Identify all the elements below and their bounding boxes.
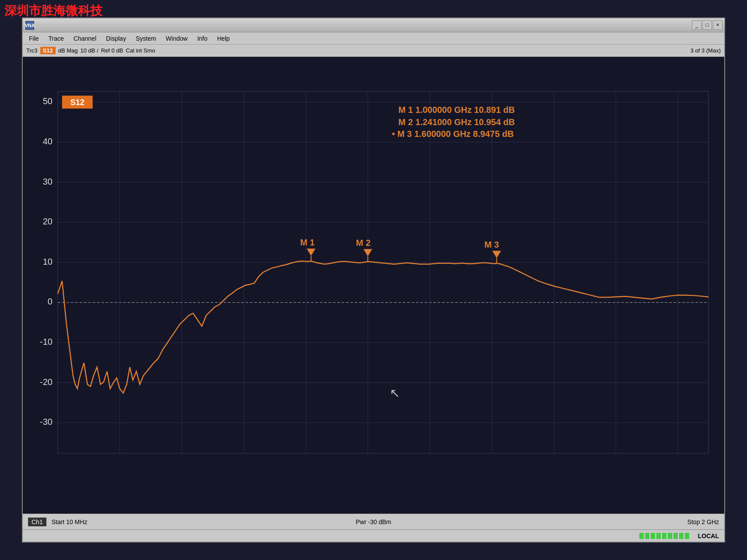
close-button[interactable]: × bbox=[713, 20, 722, 30]
local-status: LOCAL bbox=[698, 532, 719, 539]
trace-scale: 10 dB / bbox=[80, 47, 98, 54]
svg-text:20: 20 bbox=[43, 217, 53, 226]
channel-label: Ch1 bbox=[28, 518, 46, 526]
svg-text:↖: ↖ bbox=[390, 386, 400, 400]
chart-container: 50 40 30 20 10 0 -10 -20 -30 S12 M 1 1.0… bbox=[23, 57, 724, 514]
svg-text:• M 3   1.600000 GHz    8.9475: • M 3 1.600000 GHz 8.9475 dB bbox=[392, 129, 514, 139]
trace-count: 3 of 3 (Max) bbox=[691, 47, 721, 54]
s-param-badge[interactable]: S12 bbox=[40, 47, 56, 54]
signal-bar-9 bbox=[685, 533, 689, 539]
trace-bar: Trc3 S12 dB Mag 10 dB / Ref 0 dB Cal int… bbox=[23, 45, 724, 57]
menu-window[interactable]: Window bbox=[162, 34, 192, 43]
status-stop: Stop 2 GHz bbox=[687, 518, 719, 525]
menu-channel[interactable]: Channel bbox=[69, 34, 101, 43]
status-power: Pwr -30 dBm bbox=[356, 518, 391, 525]
signal-bar-6 bbox=[668, 533, 672, 539]
signal-bar-4 bbox=[656, 533, 661, 539]
menu-display[interactable]: Display bbox=[102, 34, 130, 43]
status-bar: Ch1 Start 10 MHz Pwr -30 dBm Stop 2 GHz bbox=[23, 514, 724, 529]
svg-text:0: 0 bbox=[48, 297, 53, 306]
instrument-window: VNA _ □ × File Trace Channel Display Sys… bbox=[22, 18, 725, 542]
svg-text:M 2   1.241000 GHz    10.954 d: M 2 1.241000 GHz 10.954 dB bbox=[398, 117, 515, 127]
minimize-button[interactable]: _ bbox=[692, 20, 701, 30]
menu-help[interactable]: Help bbox=[213, 34, 234, 43]
svg-text:-20: -20 bbox=[40, 377, 53, 387]
svg-text:50: 50 bbox=[43, 96, 53, 106]
trace-format: dB Mag bbox=[58, 47, 78, 54]
menu-trace[interactable]: Trace bbox=[44, 34, 68, 43]
signal-bar-2 bbox=[645, 533, 649, 539]
svg-rect-0 bbox=[23, 57, 724, 514]
svg-text:-30: -30 bbox=[40, 417, 53, 427]
svg-text:M 1   1.000000 GHz    10.891 d: M 1 1.000000 GHz 10.891 dB bbox=[398, 105, 515, 115]
svg-text:M 1: M 1 bbox=[300, 238, 314, 248]
signal-bar-1 bbox=[639, 533, 644, 539]
menu-system[interactable]: System bbox=[131, 34, 161, 43]
svg-text:S12: S12 bbox=[70, 98, 85, 107]
signal-strength bbox=[639, 533, 689, 539]
svg-text:M 2: M 2 bbox=[356, 238, 370, 248]
svg-text:-10: -10 bbox=[40, 337, 53, 346]
menu-bar: File Trace Channel Display System Window… bbox=[23, 32, 724, 45]
svg-text:M 3: M 3 bbox=[484, 240, 499, 249]
title-bar: VNA _ □ × bbox=[23, 18, 724, 32]
status-start: Start 10 MHz bbox=[52, 518, 88, 525]
watermark: 深圳市胜海微科技 bbox=[0, 0, 107, 22]
svg-text:30: 30 bbox=[43, 177, 53, 186]
app-icon: VNA bbox=[25, 21, 34, 30]
chart-svg: 50 40 30 20 10 0 -10 -20 -30 S12 M 1 1.0… bbox=[23, 57, 724, 514]
svg-text:10: 10 bbox=[43, 257, 53, 266]
trace-cal: Cal int Smo bbox=[126, 47, 155, 54]
trace-name: Trc3 bbox=[26, 47, 38, 54]
menu-file[interactable]: File bbox=[25, 34, 43, 43]
signal-bar-3 bbox=[651, 533, 655, 539]
maximize-button[interactable]: □ bbox=[702, 20, 712, 30]
bottom-bar: LOCAL bbox=[23, 529, 724, 542]
trace-ref: Ref 0 dB bbox=[101, 47, 123, 54]
menu-info[interactable]: Info bbox=[193, 34, 211, 43]
signal-bar-8 bbox=[679, 533, 684, 539]
window-controls: _ □ × bbox=[692, 20, 722, 30]
svg-text:40: 40 bbox=[43, 136, 53, 146]
signal-bar-7 bbox=[673, 533, 678, 539]
signal-bar-5 bbox=[662, 533, 666, 539]
